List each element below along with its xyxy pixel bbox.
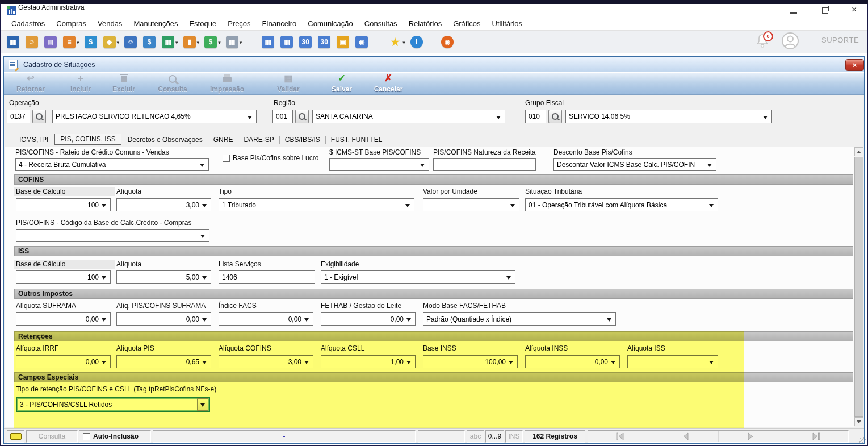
calculator-icon[interactable]: ▦ — [280, 36, 294, 48]
vertical-scrollbar[interactable] — [854, 147, 863, 427]
power-icon[interactable]: ◉ — [433, 34, 455, 50]
calendar-30-icon[interactable]: 30 — [299, 36, 313, 48]
person-icon[interactable]: ☺ — [124, 36, 138, 48]
cofins-aliquota-select[interactable]: 3,00 — [116, 198, 211, 211]
menu-item[interactable]: Consultas — [359, 19, 403, 28]
menu-item[interactable]: Comunicação — [302, 19, 359, 28]
support-link[interactable]: SUPORTE — [821, 36, 859, 44]
money-icon[interactable]: $ ▾ — [204, 36, 221, 48]
favorites-icon[interactable]: ★ ▾ — [389, 36, 405, 48]
tab-icms-ipi[interactable]: ICMS, IPI — [14, 135, 53, 145]
calendar-config-icon[interactable]: 30 — [318, 36, 332, 48]
info-icon[interactable]: i — [410, 36, 424, 48]
ret-pis-select[interactable]: 0,65 — [116, 355, 211, 368]
ret-iss-select[interactable] — [627, 355, 718, 368]
situacao-tributaria-select[interactable]: 01 - Operação Tributável com Alíquota Bá… — [525, 198, 718, 211]
lista-servicos-input[interactable]: 1406 — [219, 270, 315, 284]
invoice-icon[interactable]: S — [85, 36, 98, 48]
menu-item[interactable]: Estoque — [183, 19, 222, 28]
previous-record-button[interactable] — [653, 431, 718, 442]
pis-suframa-select[interactable]: 0,00 — [116, 312, 211, 326]
indice-facs-select[interactable]: 0,00 — [219, 312, 313, 326]
company-icon[interactable]: ▦ — [7, 36, 20, 48]
last-record-button[interactable] — [783, 431, 848, 442]
scrollbar-thumb[interactable] — [854, 157, 863, 417]
tab-fust-funttel[interactable]: FUST, FUNTTEL — [326, 135, 388, 145]
dialog-close-button[interactable]: × — [845, 59, 864, 71]
resize-grip[interactable] — [859, 437, 866, 444]
tab-cbs-ibs-is[interactable]: CBS/IBS/IS — [280, 135, 325, 145]
scroll-down-button[interactable] — [854, 417, 863, 426]
base-inss-select[interactable]: 100,00 — [423, 355, 518, 368]
card-icon[interactable]: ▤ — [44, 36, 58, 48]
regiao-code-input[interactable]: 001 — [272, 110, 293, 123]
cancelar-button[interactable]: ✗ Cancelar — [364, 74, 412, 93]
menu-item[interactable]: Financeiro — [257, 19, 303, 28]
restore-button[interactable] — [822, 7, 828, 14]
ret-cofins-select[interactable]: 3,00 — [219, 355, 313, 368]
base-lucro-checkbox[interactable] — [223, 155, 230, 162]
fethab-select[interactable]: 0,00 — [321, 312, 416, 326]
regiao-search-button[interactable] — [295, 110, 309, 123]
bank-icon[interactable]: $ — [143, 36, 157, 48]
audit-icon[interactable]: ◉ — [355, 36, 369, 48]
menu-item[interactable]: Relatórios — [403, 19, 448, 28]
scroll-up-button[interactable] — [854, 147, 863, 156]
iss-aliquota-select[interactable]: 5,00 — [116, 270, 211, 284]
menu-item[interactable]: Cadastros — [6, 19, 51, 28]
first-record-button[interactable] — [588, 431, 653, 442]
codigo-base-credito-select[interactable] — [16, 229, 209, 242]
menu-item[interactable]: Compras — [51, 19, 92, 28]
menu-item[interactable]: Vendas — [92, 19, 128, 28]
irrf-select[interactable]: 0,00 — [16, 355, 111, 368]
tipo-retencao-select[interactable]: 3 - PIS/COFINS/CSLL Retidos — [16, 397, 210, 412]
chevron-down-icon — [510, 204, 515, 210]
first-record-icon — [615, 432, 626, 440]
hierarchy-icon[interactable]: ≡ ▾ — [63, 36, 79, 48]
user-avatar-icon[interactable] — [781, 32, 799, 50]
inss-select[interactable]: 0,00 — [525, 355, 620, 368]
cofins-tipo-select[interactable]: 1 Tributado — [219, 198, 414, 211]
dropdown-arrow-button[interactable] — [197, 398, 208, 411]
schedule-icon[interactable]: ▦ — [262, 36, 275, 48]
menu-item[interactable]: Utilitários — [487, 19, 528, 28]
clients-icon[interactable]: ☺ — [26, 36, 39, 48]
menu-item[interactable]: Gráficos — [447, 19, 486, 28]
iss-base-select[interactable]: 100 — [16, 270, 111, 284]
menu-item[interactable]: Manutenções — [128, 19, 183, 28]
natureza-receita-input[interactable] — [433, 158, 536, 171]
valor-unidade-select[interactable] — [423, 198, 519, 211]
cofins-base-select[interactable]: 100 — [16, 198, 111, 211]
next-record-button[interactable] — [718, 431, 783, 442]
icms-st-base-select[interactable] — [329, 158, 429, 171]
grupo-fiscal-search-button[interactable] — [548, 110, 562, 123]
auto-inclusao-checkbox[interactable] — [83, 433, 90, 440]
menu-item[interactable]: Preços — [222, 19, 256, 28]
lock-icon[interactable]: ▣ — [337, 36, 350, 48]
exigibilidade-select[interactable]: 1 - Exigível — [321, 270, 515, 284]
csll-select[interactable]: 1,00 — [321, 355, 416, 368]
tab-dare-sp[interactable]: DARE-SP — [238, 135, 279, 145]
tab-gnre[interactable]: GNRE — [208, 135, 238, 145]
salvar-button[interactable]: ✓ Salvar — [318, 74, 366, 93]
products-icon[interactable]: ◆ ▾ — [103, 36, 120, 48]
numeric-mode-indicator: 0...9 — [485, 430, 504, 443]
grupo-fiscal-code-input[interactable]: 010 — [525, 110, 546, 123]
rateio-select[interactable]: 4 - Receita Bruta Cumulativa — [15, 158, 209, 171]
tab-pis-cofins-iss[interactable]: PIS, COFINS, ISS — [54, 134, 121, 145]
suframa-select[interactable]: 0,00 — [16, 312, 111, 326]
cart-icon[interactable]: ▦ ▾ — [162, 36, 178, 48]
operacao-search-button[interactable] — [32, 110, 46, 123]
modo-base-select[interactable]: Padrão (Quantiade x Índice) — [423, 312, 616, 326]
document-icon[interactable]: ▮ ▾ — [183, 36, 200, 48]
close-window-button[interactable]: × — [852, 5, 857, 15]
tab-decretos[interactable]: Decretos e Observações — [123, 135, 208, 145]
marker-tool-button[interactable] — [7, 430, 24, 443]
register-icon[interactable]: ▦ ▾ — [226, 36, 242, 48]
desconto-base-select[interactable]: Descontar Valor ICMS Base Calc. PIS/COFI… — [553, 158, 716, 171]
operacao-code-input[interactable]: 0137 — [7, 110, 30, 123]
grupo-fiscal-select[interactable]: SERVICO 14.06 5% — [565, 110, 772, 123]
minimize-button[interactable] — [790, 8, 797, 14]
operacao-select[interactable]: PRESTACAO SERVICO RETENCAO 4,65% — [52, 110, 257, 123]
regiao-select[interactable]: SANTA CATARINA — [312, 110, 505, 123]
